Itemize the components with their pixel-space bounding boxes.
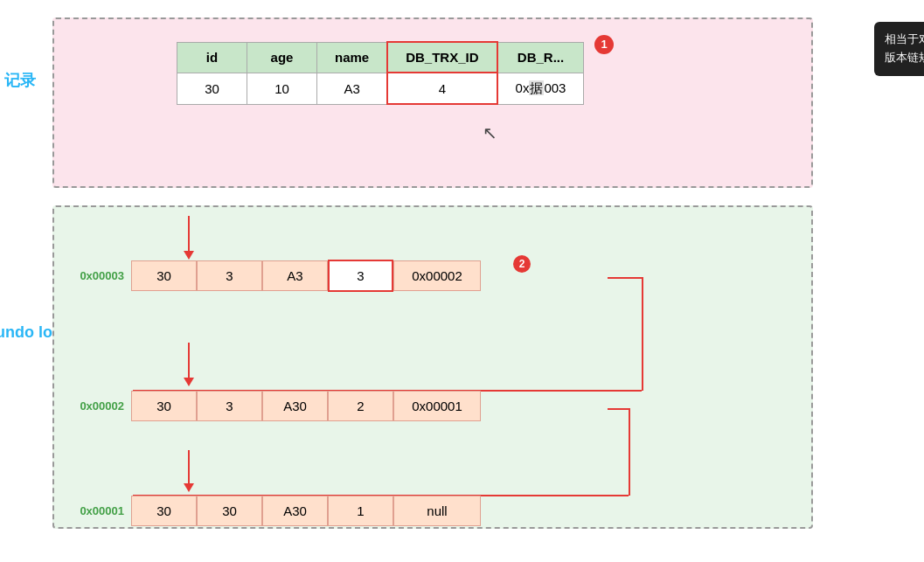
undo-cell-3-age: 30 xyxy=(197,496,262,526)
record-section: id age name DB_TRX_ID DB_R... 30 10 A3 4… xyxy=(52,17,813,188)
col-age: age xyxy=(247,42,317,73)
connector-h-1 xyxy=(608,277,643,279)
tooltip-text: 相当于对链表中的每一个结点去匹配版本链规则，匹配成功的返回数据 xyxy=(885,32,924,64)
undo-row-1: 0x00003 30 3 A3 3 0x00002 xyxy=(63,260,481,292)
undo-addr-3: 0x00001 xyxy=(63,504,124,517)
cell-age: 10 xyxy=(247,73,317,104)
arrow-to-row3 xyxy=(184,450,194,492)
undo-cell-2-age: 3 xyxy=(197,391,262,421)
undo-cell-2-id: 30 xyxy=(131,391,197,421)
undo-cell-1-age: 3 xyxy=(197,260,262,291)
badge-1: 1 xyxy=(594,35,614,54)
badge-2: 2 xyxy=(513,255,531,273)
undo-cell-1-trx: 3 xyxy=(328,260,393,292)
cell-name: A3 xyxy=(317,73,388,104)
arrow-to-row2 xyxy=(184,343,194,386)
col-db-r: DB_R... xyxy=(497,42,584,73)
undo-addr-2: 0x00002 xyxy=(63,399,124,413)
cell-db-trx-id: 4 xyxy=(387,73,497,104)
undo-cell-2-ptr: 0x00001 xyxy=(393,391,481,421)
col-name: name xyxy=(317,42,388,73)
col-id: id xyxy=(177,42,247,73)
undo-section: 0x00003 30 3 A3 3 0x00002 2 0x00002 30 3… xyxy=(52,205,813,529)
undo-cell-3-trx: 1 xyxy=(328,496,393,526)
undo-cell-2-name: A30 xyxy=(262,391,328,421)
connector-v-1 xyxy=(642,277,643,391)
connector-v-2 xyxy=(629,408,630,496)
undo-cell-1-ptr: 0x00002 xyxy=(393,260,481,291)
undo-cell-3-id: 30 xyxy=(131,496,197,526)
undo-cell-2-trx: 2 xyxy=(328,391,393,421)
record-table: id age name DB_TRX_ID DB_R... 30 10 A3 4… xyxy=(177,41,584,105)
undo-cell-3-name: A30 xyxy=(262,496,328,526)
cursor-icon: ↖ xyxy=(483,122,497,143)
col-db-trx-id: DB_TRX_ID xyxy=(387,42,497,73)
arrow-to-row1 xyxy=(184,216,194,260)
undo-cell-1-id: 30 xyxy=(131,260,197,291)
undo-row-2: 0x00002 30 3 A30 2 0x00001 xyxy=(63,391,481,421)
undo-addr-1: 0x00003 xyxy=(63,269,124,282)
cell-db-r: 0x据003 xyxy=(497,73,584,104)
undo-row-3: 0x00001 30 30 A30 1 null xyxy=(63,496,481,526)
records-label: 记录 xyxy=(4,70,36,91)
undo-cell-3-ptr: null xyxy=(393,496,481,526)
main-container: 记录 id age name DB_TRX_ID DB_R... 30 10 A… xyxy=(52,17,883,542)
tooltip-bubble: 相当于对链表中的每一个结点去匹配版本链规则，匹配成功的返回数据 xyxy=(874,22,924,76)
cell-id: 30 xyxy=(177,73,247,104)
undo-cell-1-name: A3 xyxy=(262,260,328,291)
connector-h-3 xyxy=(608,408,629,410)
